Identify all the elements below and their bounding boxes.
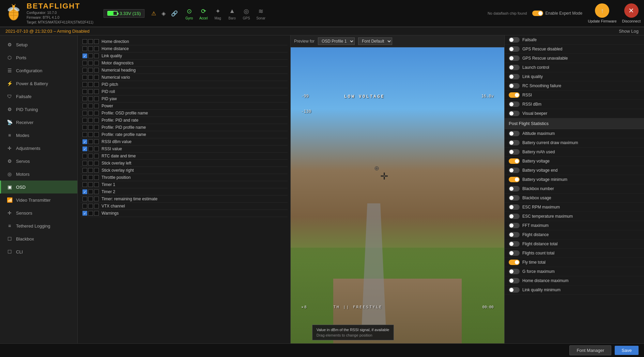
sidebar-item-power-battery[interactable]: ⚡ Power & Battery bbox=[0, 77, 77, 90]
osd-checkbox-0[interactable] bbox=[82, 168, 87, 173]
right-panel-toggle[interactable] bbox=[509, 232, 520, 237]
osd-checkbox-0[interactable] bbox=[82, 89, 87, 94]
osd-checkbox-0[interactable] bbox=[82, 211, 87, 216]
osd-checkbox-0[interactable] bbox=[82, 96, 87, 101]
osd-checkbox-1[interactable] bbox=[88, 68, 93, 73]
osd-checkbox-2[interactable] bbox=[94, 104, 99, 108]
osd-checkbox-1[interactable] bbox=[88, 96, 93, 101]
right-panel-toggle[interactable] bbox=[509, 140, 520, 145]
osd-checkbox-2[interactable] bbox=[94, 211, 99, 216]
osd-checkbox-2[interactable] bbox=[94, 111, 99, 115]
right-panel-toggle[interactable] bbox=[509, 83, 520, 89]
sidebar-item-receiver[interactable]: 📡 Receiver bbox=[0, 116, 77, 129]
osd-checkbox-1[interactable] bbox=[88, 154, 93, 158]
osd-checkbox-0[interactable] bbox=[82, 146, 87, 151]
osd-checkbox-2[interactable] bbox=[94, 189, 99, 194]
right-panel-toggle[interactable] bbox=[509, 269, 520, 274]
right-panel-toggle[interactable] bbox=[509, 149, 520, 155]
sidebar-item-failsafe[interactable]: 🛡 Failsafe bbox=[0, 90, 77, 103]
save-button[interactable]: Save bbox=[615, 346, 639, 355]
right-panel-toggle[interactable] bbox=[509, 168, 520, 173]
osd-checkbox-1[interactable] bbox=[88, 125, 93, 130]
right-panel-toggle[interactable] bbox=[509, 65, 520, 70]
osd-checkbox-2[interactable] bbox=[94, 132, 99, 137]
osd-checkbox-0[interactable] bbox=[82, 175, 87, 180]
sidebar-item-setup[interactable]: ⚙ Setup bbox=[0, 38, 77, 51]
right-panel-toggle[interactable] bbox=[509, 278, 520, 283]
osd-checkbox-0[interactable] bbox=[82, 204, 87, 208]
sidebar-item-pid-tuning[interactable]: ⚙ PID Tuning bbox=[0, 103, 77, 116]
osd-checkbox-2[interactable] bbox=[94, 139, 99, 144]
osd-checkbox-2[interactable] bbox=[94, 46, 99, 51]
osd-checkbox-0[interactable] bbox=[82, 189, 87, 194]
right-panel-toggle[interactable] bbox=[509, 131, 520, 136]
osd-checkbox-0[interactable] bbox=[82, 46, 87, 51]
osd-checkbox-0[interactable] bbox=[82, 68, 87, 73]
right-panel-toggle[interactable] bbox=[509, 92, 520, 98]
osd-checkbox-0[interactable] bbox=[82, 182, 87, 187]
osd-checkbox-1[interactable] bbox=[88, 61, 93, 65]
right-panel-toggle[interactable] bbox=[509, 250, 520, 256]
osd-checkbox-1[interactable] bbox=[88, 82, 93, 87]
osd-checkbox-2[interactable] bbox=[94, 96, 99, 101]
show-log-link[interactable]: Show Log bbox=[619, 29, 639, 34]
osd-checkbox-1[interactable] bbox=[88, 211, 93, 216]
osd-checkbox-2[interactable] bbox=[94, 182, 99, 187]
osd-checkbox-0[interactable] bbox=[82, 125, 87, 130]
osd-checkbox-1[interactable] bbox=[88, 39, 93, 44]
osd-checkbox-2[interactable] bbox=[94, 175, 99, 180]
osd-checkbox-0[interactable] bbox=[82, 75, 87, 80]
sidebar-item-sensors[interactable]: ✛ Sensors bbox=[0, 206, 77, 219]
osd-checkbox-1[interactable] bbox=[88, 182, 93, 187]
osd-checkbox-1[interactable] bbox=[88, 53, 93, 58]
disconnect-button[interactable]: ✕ Disconnect bbox=[622, 3, 641, 23]
osd-checkbox-0[interactable] bbox=[82, 139, 87, 144]
sidebar-item-configuration[interactable]: ☰ Configuration bbox=[0, 64, 77, 77]
osd-checkbox-1[interactable] bbox=[88, 175, 93, 180]
osd-profile-select[interactable]: OSD Profile 1 OSD Profile 2 OSD Profile … bbox=[318, 37, 355, 45]
osd-checkbox-1[interactable] bbox=[88, 118, 93, 123]
osd-checkbox-0[interactable] bbox=[82, 132, 87, 137]
osd-checkbox-1[interactable] bbox=[88, 75, 93, 80]
font-select[interactable]: Font Default Font 1 Font 2 bbox=[358, 37, 392, 45]
sidebar-item-video-transmitter[interactable]: 📶 Video Transmitter bbox=[0, 193, 77, 206]
osd-checkbox-2[interactable] bbox=[94, 204, 99, 208]
osd-checkbox-1[interactable] bbox=[88, 168, 93, 173]
osd-preview-canvas[interactable]: -99 -130 LOW VOLTAGE 16.8v ✛ ⊕ ×8 TH || … bbox=[291, 47, 504, 356]
osd-checkbox-2[interactable] bbox=[94, 161, 99, 166]
osd-checkbox-2[interactable] bbox=[94, 168, 99, 173]
osd-checkbox-1[interactable] bbox=[88, 161, 93, 166]
right-panel-toggle[interactable] bbox=[509, 46, 520, 52]
osd-checkbox-1[interactable] bbox=[88, 46, 93, 51]
osd-checkbox-2[interactable] bbox=[94, 68, 99, 73]
right-panel-toggle[interactable] bbox=[509, 158, 520, 164]
osd-checkbox-0[interactable] bbox=[82, 61, 87, 65]
right-panel-toggle[interactable] bbox=[509, 214, 520, 219]
right-panel-toggle[interactable] bbox=[509, 204, 520, 210]
osd-checkbox-2[interactable] bbox=[94, 53, 99, 58]
osd-checkbox-1[interactable] bbox=[88, 104, 93, 108]
right-panel-toggle[interactable] bbox=[509, 37, 520, 43]
right-panel-toggle[interactable] bbox=[509, 186, 520, 191]
osd-checkbox-2[interactable] bbox=[94, 61, 99, 65]
osd-checkbox-1[interactable] bbox=[88, 139, 93, 144]
update-firmware-button[interactable]: ↑ Update Firmware bbox=[588, 3, 616, 23]
osd-checkbox-2[interactable] bbox=[94, 146, 99, 151]
sidebar-item-motors[interactable]: ◎ Motors bbox=[0, 168, 77, 181]
osd-checkbox-2[interactable] bbox=[94, 82, 99, 87]
right-panel-toggle[interactable] bbox=[509, 260, 520, 265]
expert-mode-toggle[interactable] bbox=[532, 11, 543, 16]
osd-checkbox-1[interactable] bbox=[88, 111, 93, 115]
sidebar-item-servos[interactable]: ⚙ Servos bbox=[0, 155, 77, 168]
osd-checkbox-0[interactable] bbox=[82, 104, 87, 108]
sidebar-item-adjustments[interactable]: ✛ Adjustments bbox=[0, 142, 77, 155]
sidebar-item-modes[interactable]: ≡ Modes bbox=[0, 129, 77, 142]
osd-checkbox-2[interactable] bbox=[94, 154, 99, 158]
right-panel-toggle[interactable] bbox=[509, 223, 520, 228]
sidebar-item-tethered-logging[interactable]: ≡ Tethered Logging bbox=[0, 219, 77, 232]
sidebar-item-osd[interactable]: ▣ OSD bbox=[0, 181, 77, 193]
osd-checkbox-2[interactable] bbox=[94, 89, 99, 94]
sidebar-item-cli[interactable]: ☐ CLI bbox=[0, 245, 77, 258]
right-panel-toggle[interactable] bbox=[509, 74, 520, 79]
osd-checkbox-0[interactable] bbox=[82, 39, 87, 44]
